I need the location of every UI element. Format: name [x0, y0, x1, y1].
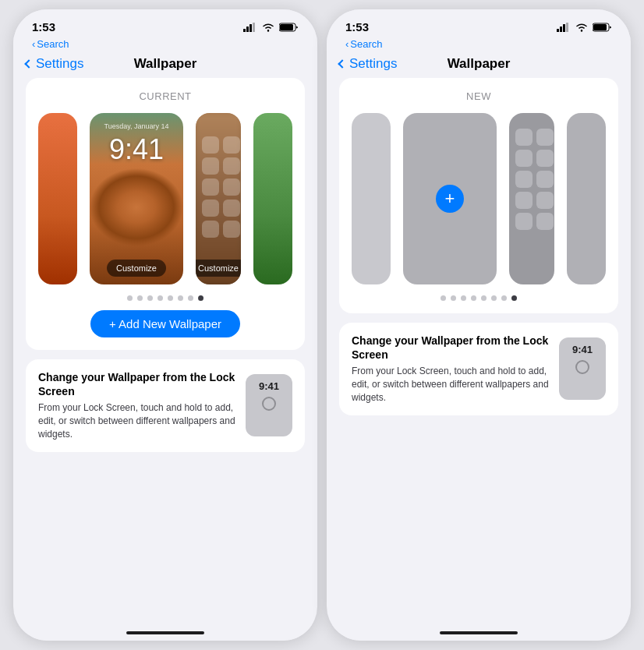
info-card-left: Change your Wallpaper from the Lock Scre… — [26, 359, 305, 452]
info-desc-right: From your Lock Screen, touch and hold to… — [352, 365, 550, 404]
svg-point-11 — [581, 30, 582, 31]
home-customize-btn[interactable]: Customize — [196, 260, 241, 277]
wallpaper-card-left: CURRENT Tuesday, January 14 9:41 Customi… — [26, 78, 305, 350]
info-preview-circle-left — [262, 397, 276, 411]
battery-icon-right — [593, 23, 612, 32]
info-title-right: Change your Wallpaper from the Lock Scre… — [352, 334, 550, 362]
home-screen-preview-left[interactable]: Customize — [196, 113, 241, 284]
dot-r3[interactable] — [461, 295, 466, 301]
info-text-right: Change your Wallpaper from the Lock Scre… — [352, 334, 550, 404]
lock-screen-preview-left[interactable]: Tuesday, January 14 9:41 Customize — [90, 113, 183, 284]
back-chevron-right — [338, 59, 346, 68]
new-lockscreen-preview[interactable]: + — [403, 113, 497, 284]
new-app-icon — [536, 213, 554, 230]
svg-rect-1 — [246, 26, 249, 32]
dot-8-active[interactable] — [198, 295, 203, 301]
dot-r4[interactable] — [471, 295, 476, 301]
battery-icon — [279, 23, 299, 32]
status-icons-right — [557, 23, 612, 32]
back-chevron-left — [24, 59, 33, 68]
nav-back-right[interactable]: Settings — [339, 56, 397, 72]
info-preview-right: 9:41 — [559, 337, 606, 400]
info-text-left: Change your Wallpaper from the Lock Scre… — [38, 370, 236, 441]
chevron-icon-left: ‹ — [32, 38, 35, 50]
search-back-right[interactable]: ‹ Search — [345, 38, 612, 50]
search-back-left[interactable]: ‹ Search — [32, 38, 299, 50]
app-icon — [202, 200, 219, 217]
wallpaper-card-right: NEW + — [339, 78, 618, 313]
new-app-icon — [536, 129, 554, 146]
partial-preview-left — [38, 113, 77, 284]
new-app-icon — [515, 171, 533, 188]
wifi-icon — [262, 23, 274, 32]
content-area-left: CURRENT Tuesday, January 14 9:41 Customi… — [13, 78, 317, 625]
svg-rect-10 — [566, 23, 568, 32]
wifi-icon-right — [575, 23, 588, 32]
home-indicator-right — [327, 625, 631, 641]
pagination-dots-left — [127, 295, 203, 301]
info-preview-time-right: 9:41 — [572, 344, 593, 355]
app-icon — [202, 178, 219, 196]
svg-rect-9 — [563, 24, 565, 32]
status-bar-left: 1:53 — [13, 9, 317, 37]
dot-4[interactable] — [157, 295, 163, 301]
pagination-dots-right — [441, 295, 517, 301]
dot-3[interactable] — [147, 295, 153, 301]
search-bar-right: ‹ Search — [327, 37, 631, 53]
svg-rect-6 — [280, 24, 293, 30]
svg-rect-7 — [557, 29, 559, 32]
add-wallpaper-button-left[interactable]: + Add New Wallpaper — [90, 310, 240, 337]
app-grid-left — [202, 136, 235, 238]
dot-r8-active[interactable] — [511, 295, 517, 301]
dot-r1[interactable] — [441, 295, 446, 301]
dot-2[interactable] — [137, 295, 143, 301]
app-icon — [202, 136, 219, 154]
dot-5[interactable] — [168, 295, 173, 301]
partial-preview-right-new — [567, 113, 606, 284]
dot-7[interactable] — [188, 295, 193, 301]
app-icon — [202, 221, 219, 238]
new-app-icon — [515, 213, 533, 230]
new-app-icon — [515, 150, 533, 167]
signal-icon-right — [557, 23, 571, 32]
svg-rect-13 — [593, 24, 607, 30]
svg-rect-2 — [249, 24, 252, 32]
info-preview-circle-right — [575, 360, 589, 374]
add-wallpaper-icon[interactable]: + — [436, 185, 464, 213]
nav-back-left[interactable]: Settings — [26, 56, 83, 72]
app-icon — [223, 136, 240, 154]
svg-rect-8 — [560, 26, 562, 32]
new-app-icon — [536, 171, 554, 188]
lock-time: 9:41 — [90, 133, 183, 166]
svg-point-4 — [267, 30, 269, 31]
app-icon — [223, 200, 240, 217]
dot-r2[interactable] — [451, 295, 456, 301]
svg-rect-0 — [243, 29, 246, 32]
info-preview-left: 9:41 — [246, 374, 292, 436]
info-preview-time-left: 9:41 — [259, 380, 279, 392]
new-app-icon — [515, 129, 533, 146]
nav-bar-right: Settings Wallpaper — [327, 53, 631, 78]
dot-1[interactable] — [127, 295, 133, 301]
preview-row-left: Tuesday, January 14 9:41 Customize — [38, 113, 292, 284]
preview-row-right: + — [352, 113, 606, 284]
lock-customize-btn[interactable]: Customize — [107, 260, 166, 277]
app-icon — [202, 157, 219, 175]
nav-title-right: Wallpaper — [448, 56, 511, 72]
home-indicator-left — [13, 625, 317, 641]
info-card-right: Change your Wallpaper from the Lock Scre… — [339, 323, 618, 415]
dot-r6[interactable] — [491, 295, 497, 301]
section-label-right: NEW — [466, 90, 491, 102]
right-phone: 1:53 ‹ Search S — [327, 9, 631, 641]
dot-r5[interactable] — [481, 295, 487, 301]
status-bar-right: 1:53 — [327, 9, 631, 37]
new-app-icon — [515, 192, 533, 209]
dot-6[interactable] — [178, 295, 183, 301]
section-label-left: CURRENT — [139, 90, 191, 102]
new-app-icon — [536, 192, 554, 209]
dot-r7[interactable] — [501, 295, 507, 301]
home-bar-right — [440, 631, 518, 634]
search-bar-left: ‹ Search — [13, 37, 317, 53]
status-time-left: 1:53 — [32, 20, 55, 34]
new-homescreen-preview[interactable] — [509, 113, 554, 284]
